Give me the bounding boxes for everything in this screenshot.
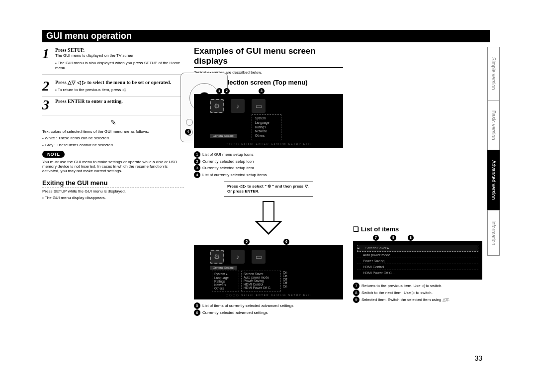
callout-8: 8 <box>408 235 414 241</box>
screen-detail: ⚙ ♪ ▭ General Setting System ▸LanguageRa… <box>194 245 343 299</box>
col-mid: Screen SaverAuto power modePower SavingH… <box>241 271 281 292</box>
step-number-2: 2 <box>42 79 55 93</box>
step1-title: Press SETUP. <box>55 47 85 53</box>
instruction-box: Press ◁ ▷ to select " ⚙ " and then press… <box>224 182 313 197</box>
list-item: Power Saving <box>363 259 384 263</box>
step2-title: Press △▽ ◁ ▷ to select the menu to be se… <box>55 80 171 85</box>
legend-text: List of items of currently selected adva… <box>202 303 293 308</box>
exit-a: Press SETUP while the GUI menu is displa… <box>42 189 184 194</box>
step1-text-a: The GUI menu is displayed on the TV scre… <box>55 53 136 58</box>
menu-list: System Language Ratings Network Others <box>252 114 281 140</box>
callout-1: 1 <box>216 88 222 94</box>
list-item: HDMI Power Off C... <box>363 271 395 275</box>
examples-heading: Examples of GUI menu screen displays <box>194 46 343 68</box>
list-item: HDMI Control <box>363 265 384 269</box>
legend-block-3: 7Returns to the previous item. Use ◁ to … <box>353 283 482 303</box>
list-item: Auto power mode <box>363 253 390 257</box>
menu-item: Language <box>255 121 278 125</box>
left-column: 1 Press SETUP. The GUI menu is displayed… <box>42 45 184 316</box>
menu-item: System <box>255 116 278 121</box>
arrow-down-icon <box>259 201 278 235</box>
colors-white: White : These items can be selected. <box>45 136 110 140</box>
screen-footer: ▢▢▢▢ Select ENTER Confirm SETUP Exit <box>198 142 339 145</box>
menu-item: Others <box>255 134 278 138</box>
callout-2: 2 <box>224 88 230 94</box>
legend-text: Currently selected setup icon <box>202 159 254 164</box>
gear-icon: ⚙ <box>210 99 224 113</box>
music-icon: ♪ <box>231 250 245 264</box>
note-badge: NOTE <box>42 151 65 158</box>
exiting-heading: Exiting the GUI menu <box>42 179 184 188</box>
pencil-icon: ✎ <box>42 118 184 126</box>
list-item: Screen Saver ▸ <box>365 246 389 250</box>
section-tabs: Simple version Basic version Advanced ve… <box>487 47 527 256</box>
colors-intro: Text colors of selected items of the GUI… <box>42 129 184 134</box>
monitor-icon: ▭ <box>252 250 266 264</box>
music-icon: ♪ <box>231 99 245 113</box>
screen-top-menu: 4 ⚙ ♪ ▭ General Setting System Language … <box>194 94 343 148</box>
page-content: GUI menu operation 1 Press SETUP. The GU… <box>42 30 490 316</box>
sub-heading-2: List of items <box>361 225 399 233</box>
callout-6: 6 <box>283 239 289 245</box>
legend-block-2: 5List of items of currently selected adv… <box>194 302 343 316</box>
page-title: GUI menu operation <box>42 30 490 42</box>
banner-text: General Setting <box>210 266 237 270</box>
step2-text-a: To return to the previous item, press ◁. <box>58 88 126 92</box>
col-right: OnOnOffOffOn <box>283 271 295 292</box>
monitor-icon: ▭ <box>252 99 266 113</box>
gear-icon: ⚙ <box>210 250 224 264</box>
colors-gray: Gray : These items cannot be selected. <box>45 143 114 147</box>
exit-b: The GUI menu display disappears. <box>45 196 106 200</box>
banner-text: General Setting <box>210 134 237 138</box>
step-number-3: 3 <box>42 98 55 112</box>
menu-item: Ratings <box>255 125 278 130</box>
callout-5: 5 <box>244 239 250 245</box>
screen-list-items: ◂Screen Saver ▸ Auto power mode Power Sa… <box>353 241 482 280</box>
legend-text: Currently selected setup item <box>202 166 254 170</box>
legend-text: List of currently selected setup items <box>202 173 267 177</box>
legend-text: Switch to the next item. Use ▷ to switch… <box>361 291 433 295</box>
callout-9: 9 <box>390 235 396 241</box>
legend-text: Selected item. Switch the selected item … <box>361 297 449 302</box>
legend-block-1: 1List of GUI menu setup icons 2Currently… <box>194 151 343 179</box>
screen-footer: ▢▢▢▢ Select ENTER Confirm SETUP Exit <box>198 294 339 296</box>
callout-7: 7 <box>373 235 379 241</box>
note-text: You must use the GUI menu to make settin… <box>42 160 184 173</box>
legend-text: List of GUI menu setup icons <box>202 152 254 157</box>
step1-text-b: The GUI menu is also displayed when you … <box>55 61 180 70</box>
right-column: ❏ List of items 7 9 8 ◂Screen Saver ▸ Au… <box>353 45 482 316</box>
menu-item: Network <box>255 129 278 134</box>
col-left: System ▸LanguageRatingsNetworkOthers <box>212 271 239 292</box>
callout-3: 3 <box>259 88 265 94</box>
page-number: 33 <box>474 354 482 362</box>
callout-4: 4 <box>185 129 191 135</box>
legend-text: Currently selected advanced settings <box>202 310 268 315</box>
legend-text: Returns to the previous item. Use ◁ to s… <box>361 284 443 288</box>
step-number-1: 1 <box>42 47 55 71</box>
step3-title: Press ENTER to enter a setting. <box>55 98 123 104</box>
